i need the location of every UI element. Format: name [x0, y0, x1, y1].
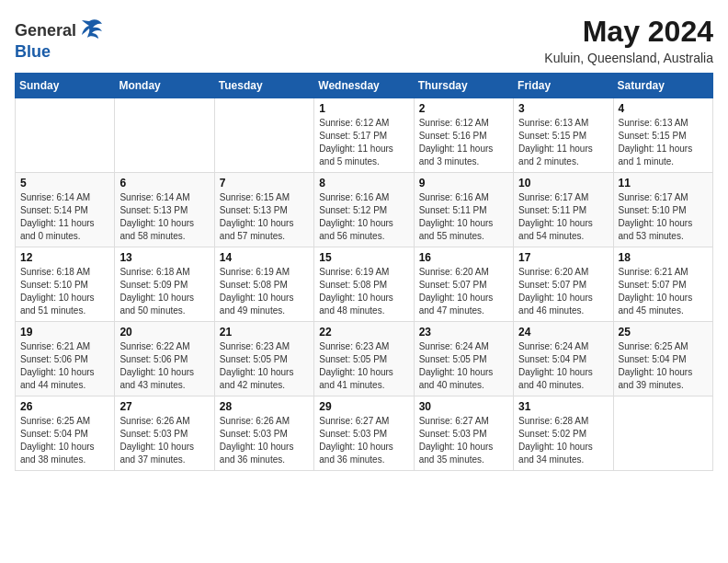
calendar-day-cell: 12Sunrise: 6:18 AM Sunset: 5:10 PM Dayli… [16, 247, 115, 322]
day-info: Sunrise: 6:14 AM Sunset: 5:13 PM Dayligh… [119, 191, 209, 243]
calendar-day-cell: 18Sunrise: 6:21 AM Sunset: 5:07 PM Dayli… [613, 247, 712, 322]
day-info: Sunrise: 6:15 AM Sunset: 5:13 PM Dayligh… [220, 191, 309, 243]
day-number: 28 [220, 400, 309, 413]
calendar-day-cell: 22Sunrise: 6:23 AM Sunset: 5:05 PM Dayli… [314, 322, 414, 396]
day-number: 12 [20, 251, 109, 264]
calendar-day-cell: 8Sunrise: 6:16 AM Sunset: 5:12 PM Daylig… [314, 173, 414, 247]
calendar-day-cell: 21Sunrise: 6:23 AM Sunset: 5:05 PM Dayli… [214, 322, 313, 396]
day-number: 5 [20, 177, 109, 190]
calendar-day-cell: 3Sunrise: 6:13 AM Sunset: 5:15 PM Daylig… [514, 98, 613, 173]
day-number: 13 [119, 251, 209, 264]
day-of-week-header: Friday [514, 74, 613, 98]
day-number: 1 [319, 102, 408, 115]
calendar-day-cell: 24Sunrise: 6:24 AM Sunset: 5:04 PM Dayli… [514, 322, 613, 396]
location-subtitle: Kuluin, Queensland, Australia [544, 51, 713, 65]
calendar-day-cell: 5Sunrise: 6:14 AM Sunset: 5:14 PM Daylig… [16, 173, 115, 247]
calendar-day-cell: 28Sunrise: 6:26 AM Sunset: 5:03 PM Dayli… [214, 396, 313, 471]
day-info: Sunrise: 6:17 AM Sunset: 5:10 PM Dayligh… [619, 191, 708, 243]
calendar-week-row: 5Sunrise: 6:14 AM Sunset: 5:14 PM Daylig… [16, 173, 713, 247]
day-info: Sunrise: 6:27 AM Sunset: 5:03 PM Dayligh… [319, 415, 408, 466]
calendar-header-row: SundayMondayTuesdayWednesdayThursdayFrid… [16, 74, 713, 98]
day-info: Sunrise: 6:28 AM Sunset: 5:02 PM Dayligh… [518, 415, 608, 466]
calendar-day-cell: 23Sunrise: 6:24 AM Sunset: 5:05 PM Dayli… [414, 322, 513, 396]
logo-bird-icon [78, 15, 104, 46]
day-info: Sunrise: 6:16 AM Sunset: 5:11 PM Dayligh… [419, 191, 508, 243]
calendar-day-cell: 15Sunrise: 6:19 AM Sunset: 5:08 PM Dayli… [314, 247, 414, 322]
day-info: Sunrise: 6:27 AM Sunset: 5:03 PM Dayligh… [419, 415, 508, 466]
day-info: Sunrise: 6:25 AM Sunset: 5:04 PM Dayligh… [619, 340, 708, 392]
day-info: Sunrise: 6:18 AM Sunset: 5:09 PM Dayligh… [119, 266, 209, 317]
calendar-day-cell: 14Sunrise: 6:19 AM Sunset: 5:08 PM Dayli… [214, 247, 313, 322]
day-number: 23 [419, 326, 508, 339]
calendar-day-cell: 19Sunrise: 6:21 AM Sunset: 5:06 PM Dayli… [16, 322, 115, 396]
day-info: Sunrise: 6:20 AM Sunset: 5:07 PM Dayligh… [518, 266, 608, 317]
calendar-day-cell: 10Sunrise: 6:17 AM Sunset: 5:11 PM Dayli… [514, 173, 613, 247]
calendar-week-row: 19Sunrise: 6:21 AM Sunset: 5:06 PM Dayli… [16, 322, 713, 396]
day-number: 14 [220, 251, 309, 264]
calendar-day-cell: 7Sunrise: 6:15 AM Sunset: 5:13 PM Daylig… [214, 173, 313, 247]
day-info: Sunrise: 6:12 AM Sunset: 5:16 PM Dayligh… [419, 117, 508, 168]
day-number: 10 [518, 177, 608, 190]
calendar-day-cell: 27Sunrise: 6:26 AM Sunset: 5:03 PM Dayli… [115, 396, 214, 471]
day-of-week-header: Monday [115, 74, 214, 98]
day-info: Sunrise: 6:18 AM Sunset: 5:10 PM Dayligh… [20, 266, 109, 317]
calendar-day-cell [16, 98, 115, 173]
day-info: Sunrise: 6:13 AM Sunset: 5:15 PM Dayligh… [619, 117, 708, 168]
calendar-day-cell [115, 98, 214, 173]
day-number: 20 [119, 326, 209, 339]
day-number: 30 [419, 400, 508, 413]
calendar-day-cell: 25Sunrise: 6:25 AM Sunset: 5:04 PM Dayli… [613, 322, 712, 396]
day-number: 3 [518, 102, 608, 115]
day-number: 4 [619, 102, 708, 115]
day-info: Sunrise: 6:12 AM Sunset: 5:17 PM Dayligh… [319, 117, 408, 168]
page-header: General Blue May 2024 Kuluin, Queensland… [15, 15, 713, 65]
day-of-week-header: Saturday [613, 74, 712, 98]
logo-general: General [15, 21, 76, 40]
day-info: Sunrise: 6:24 AM Sunset: 5:04 PM Dayligh… [518, 340, 608, 392]
day-number: 9 [419, 177, 508, 190]
calendar-day-cell: 29Sunrise: 6:27 AM Sunset: 5:03 PM Dayli… [314, 396, 414, 471]
day-number: 21 [220, 326, 309, 339]
day-info: Sunrise: 6:19 AM Sunset: 5:08 PM Dayligh… [220, 266, 309, 317]
calendar-day-cell: 9Sunrise: 6:16 AM Sunset: 5:11 PM Daylig… [414, 173, 513, 247]
day-number: 8 [319, 177, 408, 190]
day-info: Sunrise: 6:14 AM Sunset: 5:14 PM Dayligh… [20, 191, 109, 243]
day-info: Sunrise: 6:20 AM Sunset: 5:07 PM Dayligh… [419, 266, 508, 317]
calendar-day-cell [613, 396, 712, 471]
day-info: Sunrise: 6:17 AM Sunset: 5:11 PM Dayligh… [518, 191, 608, 243]
logo: General Blue [15, 15, 104, 62]
day-of-week-header: Wednesday [314, 74, 414, 98]
day-number: 2 [419, 102, 508, 115]
calendar-day-cell: 30Sunrise: 6:27 AM Sunset: 5:03 PM Dayli… [414, 396, 513, 471]
day-number: 24 [518, 326, 608, 339]
calendar-day-cell: 20Sunrise: 6:22 AM Sunset: 5:06 PM Dayli… [115, 322, 214, 396]
day-number: 22 [319, 326, 408, 339]
day-number: 27 [119, 400, 209, 413]
calendar-day-cell: 31Sunrise: 6:28 AM Sunset: 5:02 PM Dayli… [514, 396, 613, 471]
day-info: Sunrise: 6:19 AM Sunset: 5:08 PM Dayligh… [319, 266, 408, 317]
day-info: Sunrise: 6:23 AM Sunset: 5:05 PM Dayligh… [319, 340, 408, 392]
day-info: Sunrise: 6:23 AM Sunset: 5:05 PM Dayligh… [220, 340, 309, 392]
day-number: 6 [119, 177, 209, 190]
calendar-day-cell: 4Sunrise: 6:13 AM Sunset: 5:15 PM Daylig… [613, 98, 712, 173]
day-info: Sunrise: 6:26 AM Sunset: 5:03 PM Dayligh… [119, 415, 209, 466]
day-of-week-header: Tuesday [214, 74, 313, 98]
day-info: Sunrise: 6:25 AM Sunset: 5:04 PM Dayligh… [20, 415, 109, 466]
day-number: 16 [419, 251, 508, 264]
day-number: 29 [319, 400, 408, 413]
calendar-table: SundayMondayTuesdayWednesdayThursdayFrid… [15, 73, 713, 471]
day-info: Sunrise: 6:13 AM Sunset: 5:15 PM Dayligh… [518, 117, 608, 168]
month-year-title: May 2024 [544, 15, 713, 49]
day-number: 31 [518, 400, 608, 413]
day-number: 19 [20, 326, 109, 339]
day-info: Sunrise: 6:21 AM Sunset: 5:07 PM Dayligh… [619, 266, 708, 317]
day-number: 7 [220, 177, 309, 190]
title-area: May 2024 Kuluin, Queensland, Australia [544, 15, 713, 65]
day-info: Sunrise: 6:22 AM Sunset: 5:06 PM Dayligh… [119, 340, 209, 392]
calendar-day-cell: 11Sunrise: 6:17 AM Sunset: 5:10 PM Dayli… [613, 173, 712, 247]
calendar-week-row: 12Sunrise: 6:18 AM Sunset: 5:10 PM Dayli… [16, 247, 713, 322]
calendar-day-cell: 1Sunrise: 6:12 AM Sunset: 5:17 PM Daylig… [314, 98, 414, 173]
day-number: 15 [319, 251, 408, 264]
calendar-day-cell: 6Sunrise: 6:14 AM Sunset: 5:13 PM Daylig… [115, 173, 214, 247]
calendar-day-cell: 13Sunrise: 6:18 AM Sunset: 5:09 PM Dayli… [115, 247, 214, 322]
